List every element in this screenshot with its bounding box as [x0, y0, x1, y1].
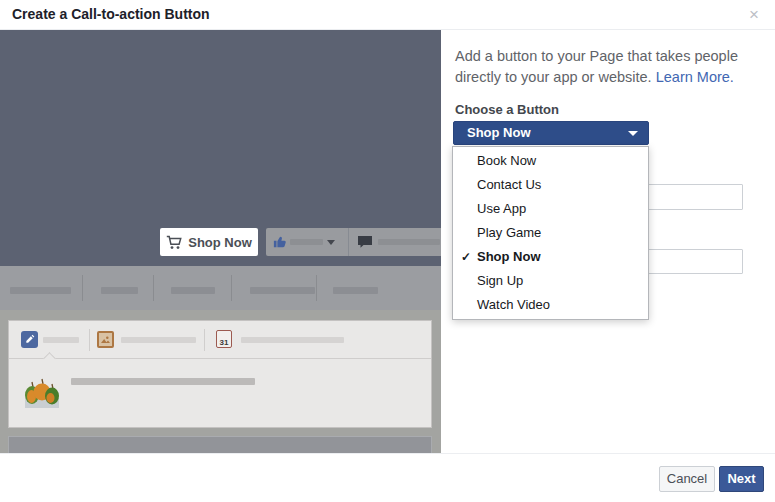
tab-placeholder	[171, 287, 215, 294]
composer-divider	[204, 329, 205, 351]
status-tab	[21, 331, 38, 348]
composer-body	[9, 359, 431, 427]
button-divider	[348, 228, 349, 256]
page-preview: Shop Now	[0, 30, 441, 453]
chevron-down-icon	[327, 240, 335, 245]
menu-item-use-app[interactable]: Use App	[453, 197, 648, 221]
dialog-title: Create a Call-to-action Button	[12, 0, 210, 29]
menu-item-watch-video[interactable]: Watch Video	[453, 293, 648, 317]
composer-divider	[89, 329, 90, 351]
post-thumbnail-image	[23, 373, 61, 409]
tab-divider	[153, 275, 154, 301]
learn-more-link[interactable]: Learn More.	[656, 69, 734, 85]
composer-preview: 31	[8, 320, 432, 428]
choose-button-label: Choose a Button	[455, 102, 559, 117]
menu-item-sign-up[interactable]: Sign Up	[453, 269, 648, 293]
menu-item-play-game[interactable]: Play Game	[453, 221, 648, 245]
composer-bar-placeholder	[121, 337, 196, 343]
dialog-footer: Cancel Next	[0, 453, 775, 502]
photo-icon	[101, 335, 110, 344]
tab-placeholder	[101, 287, 138, 294]
cta-preview-label: Shop Now	[188, 235, 252, 250]
menu-item-contact-us[interactable]: Contact Us	[453, 173, 648, 197]
tab-placeholder	[10, 287, 71, 294]
photo-tab	[97, 331, 114, 348]
dialog-header: Create a Call-to-action Button ×	[0, 0, 775, 30]
pencil-icon	[24, 334, 35, 345]
page-tabs-placeholder	[0, 266, 441, 310]
create-cta-dialog: Create a Call-to-action Button × Shop No…	[0, 0, 775, 502]
message-icon	[358, 236, 372, 249]
select-value: Shop Now	[467, 122, 531, 144]
button-type-menu: Book Now Contact Us Use App Play Game ✓ …	[452, 146, 649, 320]
next-button[interactable]: Next	[719, 466, 764, 492]
like-message-preview	[266, 228, 441, 256]
tab-divider	[82, 275, 83, 301]
calendar-day: 31	[220, 338, 229, 347]
like-count-placeholder	[290, 239, 323, 245]
tab-divider	[231, 275, 232, 301]
cart-icon	[166, 235, 182, 250]
button-type-select[interactable]: Shop Now	[453, 121, 649, 145]
event-tab: 31	[216, 330, 232, 348]
composer-bar-placeholder	[241, 337, 344, 343]
thumbs-up-icon	[273, 235, 287, 249]
tab-placeholder	[333, 287, 378, 294]
panel-description: Add a button to your Page that takes peo…	[455, 46, 771, 88]
message-label-placeholder	[378, 239, 440, 245]
menu-item-shop-now[interactable]: ✓ Shop Now	[453, 245, 648, 269]
post-text-placeholder	[71, 378, 255, 385]
tab-placeholder	[250, 287, 315, 294]
check-icon: ✓	[461, 245, 471, 269]
next-post-placeholder	[8, 436, 432, 453]
cancel-button[interactable]: Cancel	[659, 466, 715, 492]
composer-bar-placeholder	[43, 337, 79, 343]
close-icon[interactable]: ×	[743, 2, 765, 28]
cta-preview-button: Shop Now	[160, 228, 258, 256]
tab-divider	[316, 275, 317, 301]
settings-panel: Add a button to your Page that takes peo…	[441, 30, 775, 453]
menu-item-book-now[interactable]: Book Now	[453, 149, 648, 173]
composer-tabs-row: 31	[9, 321, 431, 359]
chevron-down-icon	[628, 131, 638, 136]
